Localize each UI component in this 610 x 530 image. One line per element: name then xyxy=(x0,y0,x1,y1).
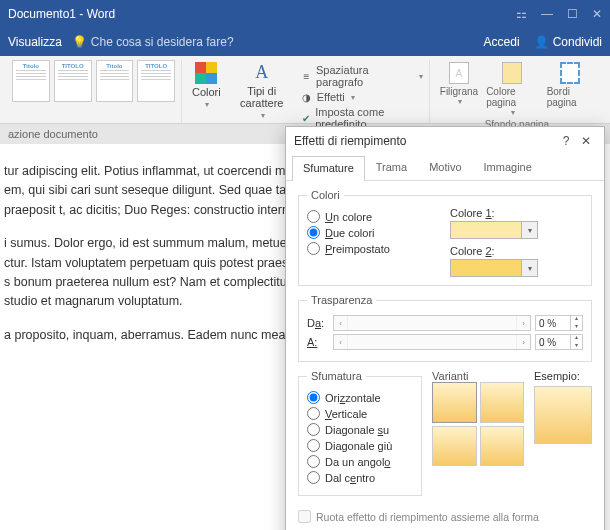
colors-legend: Colori xyxy=(307,189,344,201)
fonts-button[interactable]: A Tipi di carattere▾ xyxy=(225,60,299,130)
watermark-icon xyxy=(449,62,469,84)
radio-da-angolo[interactable]: Da un angolo xyxy=(307,455,413,468)
transparency-legend: Trasparenza xyxy=(307,294,376,306)
dialog-title: Effetti di riempimento xyxy=(294,134,556,148)
style-set-thumb[interactable]: Titolo xyxy=(96,60,134,102)
example-panel: Esempio: xyxy=(534,370,592,504)
transparency-fieldset: Trasparenza Da: ‹› 0 %▴▾ A: ‹› 0 %▴▾ xyxy=(298,294,592,362)
colors-button[interactable]: Colori▾ xyxy=(188,60,225,130)
lightbulb-icon: 💡 xyxy=(72,35,87,49)
color1-dropdown[interactable]: ▾ xyxy=(450,221,538,239)
chevron-left-icon[interactable]: ‹ xyxy=(334,316,348,330)
tab-immagine[interactable]: Immagine xyxy=(473,155,543,180)
chevron-down-icon[interactable]: ▾ xyxy=(571,342,582,350)
variant-option[interactable] xyxy=(480,382,525,423)
chevron-left-icon[interactable]: ‹ xyxy=(334,335,348,349)
from-spinner[interactable]: 0 %▴▾ xyxy=(535,315,583,331)
style-set-thumb[interactable]: TITOLO xyxy=(137,60,175,102)
page-border-icon xyxy=(560,62,580,84)
page-color-button[interactable]: Colore pagina▾ xyxy=(482,60,543,119)
variant-option[interactable] xyxy=(432,426,477,467)
chevron-up-icon[interactable]: ▴ xyxy=(571,334,582,342)
tab-trama[interactable]: Trama xyxy=(365,155,418,180)
tell-me-search[interactable]: 💡 Che cosa si desidera fare? xyxy=(72,35,234,49)
search-placeholder: Che cosa si desidera fare? xyxy=(91,35,234,49)
effects-button[interactable]: ◑Effetti▾ xyxy=(301,91,423,103)
radio-preimpostato[interactable]: Preimpostato xyxy=(307,242,440,255)
variants-legend: Varianti xyxy=(432,370,468,382)
chevron-down-icon: ▾ xyxy=(521,222,537,238)
font-icon: A xyxy=(255,62,268,83)
subbar-label: azione documento xyxy=(8,128,98,140)
menu-bar: Visualizza 💡 Che cosa si desidera fare? … xyxy=(0,28,610,56)
ribbon-options-icon[interactable]: ⚏ xyxy=(516,7,527,21)
chevron-down-icon[interactable]: ▾ xyxy=(571,323,582,331)
variant-option[interactable] xyxy=(432,382,477,423)
radio-verticale[interactable]: Verticale xyxy=(307,407,413,420)
spacing-icon: ≡ xyxy=(301,70,312,82)
color1-label: Colore 1: xyxy=(450,207,583,219)
example-preview xyxy=(534,386,592,444)
title-bar: Documento1 - Word ⚏ — ☐ ✕ xyxy=(0,0,610,28)
radio-due-colori[interactable]: Due colori xyxy=(307,226,440,239)
color2-dropdown[interactable]: ▾ xyxy=(450,259,538,277)
radio-orizzontale[interactable]: Orizzontale xyxy=(307,391,413,404)
chevron-down-icon: ▾ xyxy=(521,260,537,276)
maximize-icon[interactable]: ☐ xyxy=(567,7,578,21)
window-title: Documento1 - Word xyxy=(8,7,516,21)
color-grid-icon xyxy=(195,62,217,84)
chevron-right-icon[interactable]: › xyxy=(516,316,530,330)
radio-diagonale-giu[interactable]: Diagonale giù xyxy=(307,439,413,452)
dialog-tabs: Sfumature Trama Motivo Immagine xyxy=(286,155,604,181)
effects-icon: ◑ xyxy=(301,91,313,103)
tab-visualizza[interactable]: Visualizza xyxy=(8,35,62,49)
paragraph-spacing-button[interactable]: ≡Spaziatura paragrafo▾ xyxy=(301,64,423,88)
ribbon: Titolo TITOLO Titolo TITOLO Colori▾ A Ti… xyxy=(0,56,610,124)
variant-option[interactable] xyxy=(480,426,525,467)
person-icon: 👤 xyxy=(534,35,549,49)
dialog-titlebar: Effetti di riempimento ? ✕ xyxy=(286,127,604,155)
close-icon[interactable]: ✕ xyxy=(576,134,596,148)
page-color-icon xyxy=(502,62,522,84)
colors-fieldset: Colori Un colore Due colori Preimpostato… xyxy=(298,189,592,286)
example-label: Esempio: xyxy=(534,370,580,382)
tab-sfumature[interactable]: Sfumature xyxy=(292,156,365,181)
from-label: Da: xyxy=(307,317,329,329)
shading-fieldset: Sfumatura Orizzontale Verticale Diagonal… xyxy=(298,370,422,496)
document-formatting-gallery[interactable]: Titolo TITOLO Titolo TITOLO xyxy=(12,60,175,102)
shading-legend: Sfumatura xyxy=(307,370,366,382)
style-set-thumb[interactable]: TITOLO xyxy=(54,60,92,102)
to-spinner[interactable]: 0 %▴▾ xyxy=(535,334,583,350)
chevron-up-icon[interactable]: ▴ xyxy=(571,315,582,323)
variants-fieldset: Varianti xyxy=(432,370,524,466)
style-set-thumb[interactable]: Titolo xyxy=(12,60,50,102)
radio-un-colore[interactable]: Un colore xyxy=(307,210,440,223)
sign-in-link[interactable]: Accedi xyxy=(484,35,520,49)
to-slider[interactable]: ‹› xyxy=(333,334,531,350)
share-button[interactable]: 👤 Condividi xyxy=(534,35,602,49)
to-label: A: xyxy=(307,336,329,348)
tab-motivo[interactable]: Motivo xyxy=(418,155,472,180)
rotate-checkbox[interactable]: Ruota effetto di riempimento assieme all… xyxy=(298,510,592,523)
color2-label: Colore 2: xyxy=(450,245,583,257)
minimize-icon[interactable]: — xyxy=(541,7,553,21)
radio-diagonale-su[interactable]: Diagonale su xyxy=(307,423,413,436)
chevron-right-icon[interactable]: › xyxy=(516,335,530,349)
help-icon[interactable]: ? xyxy=(556,134,576,148)
variants-grid xyxy=(432,382,524,466)
check-icon: ✔ xyxy=(301,112,311,124)
watermark-button[interactable]: Filigrana▾ xyxy=(436,60,482,119)
close-icon[interactable]: ✕ xyxy=(592,7,602,21)
radio-dal-centro[interactable]: Dal centro xyxy=(307,471,413,484)
from-slider[interactable]: ‹› xyxy=(333,315,531,331)
fill-effects-dialog: Effetti di riempimento ? ✕ Sfumature Tra… xyxy=(285,126,605,530)
page-borders-button[interactable]: Bordi pagina xyxy=(543,60,598,119)
